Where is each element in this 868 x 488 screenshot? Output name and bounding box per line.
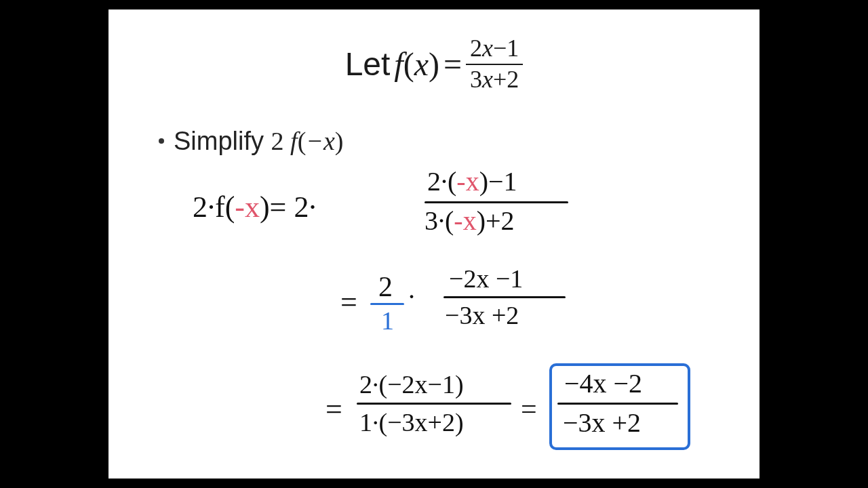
num-const: −1 [493,35,519,62]
paren-close: ) [429,46,439,82]
equals: = [443,45,462,83]
step2-denominator: −3x +2 [445,302,519,328]
answer-denominator: −3x +2 [563,409,641,436]
slide: Let f(x) = 2x−1 3x+2 Simplify 2 f(−x) [108,9,760,479]
step3-fraction-bar [357,403,511,405]
func-name-2: f [290,127,298,155]
answer-numerator: −4x −2 [564,370,642,397]
arg-negx: −x [306,127,335,155]
step1-den-a: 3·( [425,205,454,236]
step3-equals2: = [521,394,537,423]
simplify-text: Simplify [174,127,271,155]
definition-fraction: 2x−1 3x+2 [466,35,523,93]
paren-open-2: ( [298,127,307,155]
let-text: Let [345,45,391,83]
problem-statement: Simplify 2 f(−x) [159,126,343,156]
step1-den-negx: -x [454,205,476,236]
answer-fraction-bar [557,403,678,405]
step1-lhs-a: 2·f( [193,190,235,224]
step1-denominator: 3·(-x)+2 [425,207,515,235]
num-x: x [482,35,493,62]
bullet-icon [159,138,164,144]
func-arg: x [414,46,429,82]
func-name: f [394,46,403,82]
den-coef: 3 [470,66,482,93]
fraction-bar [466,64,523,65]
den-x: x [482,66,493,93]
step3-equals: = [326,394,342,424]
step3-denominator: 1·(−3x+2) [359,409,464,435]
step1-fraction-bar [425,201,568,203]
step1-num-b: )−1 [479,166,517,197]
paren-close-2: ) [335,127,344,155]
den-const: +2 [493,66,519,93]
step2-two: 2 [378,272,393,301]
step2-one: 1 [381,308,394,333]
step2-dot: · [408,283,415,310]
step3-numerator: 2·(−2x−1) [359,371,464,397]
step1-lhs: 2·f(-x)= 2· [193,192,316,222]
step2-equals: = [340,287,357,317]
step1-num-a: 2·( [427,166,456,197]
step1-numerator: 2·(-x)−1 [427,168,517,195]
coef-2: 2 [271,127,291,155]
step2-numerator: −2x −1 [449,266,523,291]
function-definition: Let f(x) = 2x−1 3x+2 [108,35,760,93]
step1-den-b: )+2 [477,205,515,236]
step1-num-negx: -x [456,166,479,197]
step2-two-over-one-bar [370,303,404,305]
num-coef: 2 [470,35,482,62]
paren-open: ( [403,46,414,82]
step1-lhs-b: )= 2· [260,190,316,224]
step2-fraction-bar [443,296,566,298]
step1-lhs-negx: -x [235,190,260,224]
